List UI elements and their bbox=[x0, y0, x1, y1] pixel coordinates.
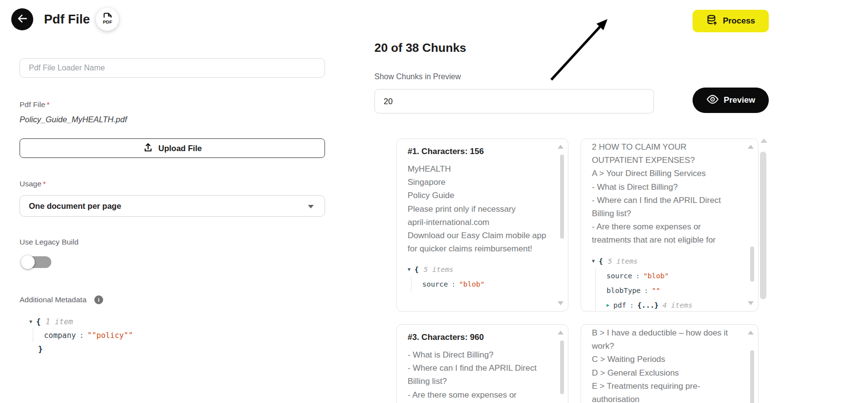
chunk-json-tree: ▼{5 items source:"blob" bbox=[408, 262, 546, 291]
loader-name-input[interactable] bbox=[20, 58, 325, 78]
card-scrollbar-thumb[interactable] bbox=[560, 155, 564, 239]
chunk-text-line: - What is Direct Billing? bbox=[408, 348, 546, 361]
chunks-list-scrollbar[interactable] bbox=[760, 138, 767, 403]
chunk-text-line: Please print only if necessary bbox=[408, 202, 546, 216]
json-collapsed-icon[interactable]: ▶ bbox=[607, 298, 613, 312]
required-asterisk: * bbox=[47, 100, 50, 109]
chunk-text-line: Singapore bbox=[408, 176, 546, 189]
process-button-label: Process bbox=[723, 16, 755, 26]
chunk-text-line: E > Treatments requiring pre-authorisati… bbox=[592, 380, 737, 403]
usage-label: Usage* bbox=[20, 179, 46, 188]
pdf-file-type-badge: PDF bbox=[96, 8, 119, 31]
chunk-text-line: for quicker claims reimbursement! bbox=[408, 242, 546, 255]
chunk-text-line: - Are there some expenses or bbox=[408, 388, 546, 402]
process-button[interactable]: Process bbox=[693, 10, 769, 32]
card-scrollbar-thumb[interactable] bbox=[560, 340, 564, 394]
chunk-text-line: 2 HOW TO CLAIM YOUR bbox=[592, 140, 737, 154]
database-upload-icon bbox=[706, 14, 718, 28]
preview-button[interactable]: Preview bbox=[693, 88, 769, 113]
legacy-build-toggle[interactable] bbox=[21, 255, 51, 269]
chunk-text-line: Policy Guide bbox=[408, 189, 546, 202]
chunk-text-line: - Where can I find the APRIL Direct Bill… bbox=[592, 194, 737, 220]
chunk-card-text: MyHEALTHSingaporePolicy GuidePlease prin… bbox=[408, 162, 546, 255]
usage-selected-value: One document per page bbox=[29, 202, 121, 211]
scroll-down-icon[interactable] bbox=[748, 301, 754, 305]
usage-select[interactable]: One document per page bbox=[20, 195, 325, 217]
chevron-down-icon bbox=[308, 205, 314, 208]
toggle-thumb bbox=[21, 255, 35, 269]
annotation-arrow bbox=[542, 14, 616, 85]
pdf-document-icon: PDF bbox=[101, 12, 114, 27]
scroll-up-icon[interactable] bbox=[748, 331, 754, 335]
metadata-json-tree: ▼{1 item company:""policy"" } bbox=[29, 315, 133, 356]
chunk-card-title: #3. Characters: 960 bbox=[408, 333, 546, 342]
page-title: Pdf File bbox=[44, 12, 90, 27]
scroll-up-icon[interactable] bbox=[748, 145, 754, 149]
card-scrollbar-thumb[interactable] bbox=[750, 350, 754, 403]
show-chunks-input[interactable] bbox=[374, 89, 654, 113]
scroll-down-icon[interactable] bbox=[558, 301, 564, 305]
chunk-card-1: #1. Characters: 156 MyHEALTHSingaporePol… bbox=[396, 138, 568, 312]
chunk-text-line: - What is Direct Billing? bbox=[592, 180, 737, 194]
chunk-card-text: - What is Direct Billing?- Where can I f… bbox=[408, 348, 546, 402]
svg-text:PDF: PDF bbox=[103, 19, 112, 24]
show-chunks-label: Show Chunks in Preview bbox=[374, 72, 461, 81]
info-icon[interactable]: i bbox=[94, 295, 103, 304]
chunk-card-4: B > I have a deductible – how does it wo… bbox=[581, 324, 759, 403]
upload-file-button[interactable]: Upload File bbox=[20, 138, 325, 158]
chunk-text-line: MyHEALTH bbox=[408, 162, 546, 176]
chunk-text-line: B > I have a deductible – how does it wo… bbox=[592, 326, 737, 353]
required-asterisk: * bbox=[43, 179, 46, 188]
upload-button-label: Upload File bbox=[158, 144, 202, 153]
pdf-file-loader-page: Pdf File PDF Process Pdf File* bbox=[0, 0, 868, 403]
legacy-build-label: Use Legacy Build bbox=[20, 238, 79, 246]
chunk-card-text: 2 HOW TO CLAIM YOUROUTPATIENT EXPENSES?A… bbox=[592, 140, 737, 247]
json-expand-icon[interactable]: ▼ bbox=[29, 315, 36, 329]
chunk-text-line: - Where can I find the APRIL Direct Bill… bbox=[408, 361, 546, 388]
card-scrollbar-thumb[interactable] bbox=[750, 246, 754, 282]
scrollbar-thumb[interactable] bbox=[760, 152, 766, 299]
uploaded-file-name: Policy_Guide_MyHEALTH.pdf bbox=[20, 115, 127, 124]
back-button[interactable] bbox=[11, 8, 33, 30]
scroll-up-icon[interactable] bbox=[558, 331, 564, 335]
chunk-text-line: april-international.com bbox=[408, 216, 546, 229]
chunk-text-line: Download our Easy Claim mobile app bbox=[408, 229, 546, 242]
chunk-text-line: OUTPATIENT EXPENSES? bbox=[592, 154, 737, 167]
chunk-text-line: D > General Exclusions bbox=[592, 366, 737, 380]
chunk-text-line: C > Waiting Periods bbox=[592, 353, 737, 366]
chunk-text-line: - Are there some expenses or treatments … bbox=[592, 220, 737, 246]
chunk-card-text: B > I have a deductible – how does it wo… bbox=[592, 326, 737, 403]
chunk-card-title: #1. Characters: 156 bbox=[408, 147, 546, 157]
json-expand-icon[interactable]: ▼ bbox=[592, 254, 599, 269]
upload-icon bbox=[143, 142, 153, 155]
chunks-count-heading: 20 of 38 Chunks bbox=[374, 41, 466, 55]
pdf-file-label: Pdf File* bbox=[20, 100, 50, 109]
additional-metadata-label: Additional Metadata bbox=[20, 295, 87, 304]
arrow-left-icon bbox=[17, 13, 28, 26]
chunk-card-2: 2 HOW TO CLAIM YOUROUTPATIENT EXPENSES?A… bbox=[581, 138, 759, 312]
chunk-text-line: A > Your Direct Billing Services bbox=[592, 167, 737, 180]
scroll-up-icon[interactable] bbox=[760, 138, 767, 143]
chunk-card-3: #3. Characters: 960 - What is Direct Bil… bbox=[396, 324, 568, 403]
preview-button-label: Preview bbox=[724, 95, 755, 105]
scroll-up-icon[interactable] bbox=[558, 145, 564, 149]
eye-icon bbox=[706, 93, 719, 108]
json-expand-icon[interactable]: ▼ bbox=[408, 262, 414, 277]
chunk-json-tree: ▼{5 items source:"blob" blobType:"" ▶pdf… bbox=[592, 254, 737, 312]
